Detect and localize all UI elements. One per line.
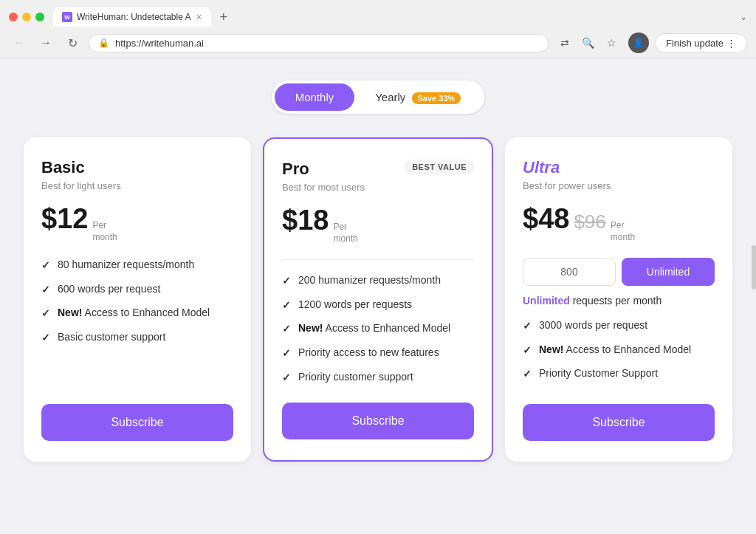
feature-text: Priority customer support [298, 370, 413, 385]
feature-text: 600 words per request [58, 282, 160, 297]
tab-expand-icon[interactable]: ⌄ [740, 12, 747, 22]
best-value-badge: BEST VALUE [405, 160, 474, 174]
feature-text: New! Access to Enhanced Model [298, 321, 450, 336]
requests-suffix: requests per month [573, 295, 662, 307]
feature-text: New! Access to Enhanced Model [539, 343, 691, 357]
page-content: Monthly Yearly Save 33% Basic Best for l… [0, 58, 756, 534]
feature-text: 3000 words per request [539, 318, 647, 333]
check-icon: ✓ [523, 367, 532, 382]
feature-text: New! Access to Enhanced Model [58, 306, 210, 321]
list-item: ✓ New! Access to Enhanced Model [282, 321, 474, 337]
pro-plan-name: Pro [282, 160, 309, 179]
address-bar[interactable]: 🔒 https://writehuman.ai [89, 34, 549, 52]
check-icon: ✓ [282, 298, 291, 313]
check-icon: ✓ [282, 346, 291, 361]
check-icon: ✓ [41, 331, 50, 346]
toolbar-icons: ⇄ 🔍 ☆ [554, 32, 622, 53]
feature-text: Priority Customer Support [539, 366, 658, 381]
feature-text: Basic customer support [58, 330, 165, 345]
ultra-800-button[interactable]: 800 [523, 258, 616, 286]
ultra-requests-label: Unlimited requests per month [523, 295, 715, 307]
account-avatar[interactable]: 👤 [628, 32, 649, 53]
basic-price: $12 [41, 203, 88, 235]
translate-icon[interactable]: ⇄ [554, 32, 575, 53]
monthly-toggle-button[interactable]: Monthly [275, 83, 355, 111]
check-icon: ✓ [523, 343, 532, 358]
close-window-button[interactable] [9, 13, 18, 21]
ultra-subscribe-button[interactable]: Subscribe [523, 404, 715, 441]
menu-dots-icon: ⋮ [726, 38, 736, 49]
ultra-plan-card: Ultra Best for power users $48 $96 Permo… [505, 137, 732, 462]
unlimited-text: Unlimited [523, 295, 570, 307]
feature-text: 200 humanizer requests/month [298, 273, 441, 288]
basic-subscribe-button[interactable]: Subscribe [41, 404, 233, 441]
new-tab-button[interactable]: + [214, 10, 234, 25]
browser-tab[interactable]: W WriteHuman: Undetectable A ✕ [53, 7, 211, 27]
ultra-plan-subtitle: Best for power users [523, 180, 715, 191]
yearly-toggle-button[interactable]: Yearly Save 33% [354, 83, 481, 111]
tab-close-icon[interactable]: ✕ [196, 13, 202, 22]
list-item: ✓ 200 humanizer requests/month [282, 273, 474, 289]
scrollbar[interactable] [752, 245, 756, 290]
finish-update-label: Finish update [666, 38, 724, 49]
ultra-price: $48 [523, 203, 569, 235]
basic-plan-name: Basic [41, 158, 85, 177]
tab-favicon: W [62, 12, 72, 22]
list-item: ✓ New! Access to Enhanced Model [523, 343, 715, 358]
basic-features-list: ✓ 80 humanizer requests/month ✓ 600 word… [41, 258, 233, 386]
list-item: ✓ 1200 words per requests [282, 298, 474, 313]
feature-text: Priority access to new features [298, 346, 439, 360]
list-item: ✓ Basic customer support [41, 330, 233, 346]
check-icon: ✓ [282, 371, 291, 386]
ultra-card-header: Ultra [523, 158, 715, 177]
search-icon[interactable]: 🔍 [578, 32, 599, 53]
ultra-price-row: $48 $96 Permonth [523, 203, 715, 243]
check-icon: ✓ [41, 259, 50, 273]
refresh-button[interactable]: ↻ [62, 32, 83, 53]
pro-price-row: $18 Permonth [282, 205, 474, 244]
list-item: ✓ 80 humanizer requests/month [41, 258, 233, 273]
feature-text: 80 humanizer requests/month [58, 258, 194, 273]
back-button[interactable]: ← [9, 32, 30, 53]
ultra-unlimited-button[interactable]: Unlimited [622, 258, 715, 286]
basic-price-period: Permonth [92, 220, 117, 243]
billing-toggle: Monthly Yearly Save 33% [272, 81, 485, 114]
basic-plan-subtitle: Best for light users [41, 180, 233, 191]
browser-chrome: W WriteHuman: Undetectable A ✕ + ⌄ ← → ↻… [0, 0, 756, 58]
basic-price-row: $12 Permonth [41, 203, 233, 243]
forward-button[interactable]: → [35, 32, 56, 53]
feature-text: 1200 words per requests [298, 298, 412, 312]
yearly-label: Yearly [375, 91, 405, 103]
minimize-window-button[interactable] [22, 13, 31, 21]
check-icon: ✓ [282, 274, 291, 289]
pro-features-list: ✓ 200 humanizer requests/month ✓ 1200 wo… [282, 273, 474, 385]
maximize-window-button[interactable] [35, 13, 44, 21]
pro-plan-subtitle: Best for most users [282, 182, 474, 193]
ultra-original-price: $96 [574, 210, 605, 233]
list-item: ✓ Priority access to new features [282, 346, 474, 361]
ultra-plan-name: Ultra [523, 158, 560, 177]
ultra-request-toggle: 800 Unlimited [523, 258, 715, 286]
tab-bar: W WriteHuman: Undetectable A ✕ + ⌄ [0, 0, 756, 28]
basic-plan-card: Basic Best for light users $12 Permonth … [24, 137, 251, 462]
finish-update-button[interactable]: Finish update ⋮ [655, 33, 747, 53]
bookmark-icon[interactable]: ☆ [602, 32, 622, 53]
check-icon: ✓ [41, 307, 50, 321]
check-icon: ✓ [282, 322, 291, 337]
pro-price-period: Permonth [333, 222, 357, 244]
pro-subscribe-button[interactable]: Subscribe [282, 403, 474, 439]
list-item: ✓ Priority Customer Support [523, 366, 715, 382]
pro-price: $18 [282, 205, 329, 236]
check-icon: ✓ [523, 319, 532, 334]
list-item: ✓ 3000 words per request [523, 318, 715, 334]
list-item: ✓ 600 words per request [41, 282, 233, 298]
ultra-features-list: ✓ 3000 words per request ✓ New! Access t… [523, 318, 715, 386]
secure-icon: 🔒 [98, 38, 109, 48]
list-item: ✓ Priority customer support [282, 370, 474, 386]
ultra-price-period: Permonth [611, 220, 635, 243]
toolbar: ← → ↻ 🔒 https://writehuman.ai ⇄ 🔍 ☆ 👤 Fi… [0, 28, 756, 58]
pricing-cards: Basic Best for light users $12 Permonth … [24, 137, 732, 462]
pro-divider [282, 259, 474, 260]
pro-card-header: Pro BEST VALUE [282, 160, 474, 179]
url-text: https://writehuman.ai [115, 38, 204, 49]
